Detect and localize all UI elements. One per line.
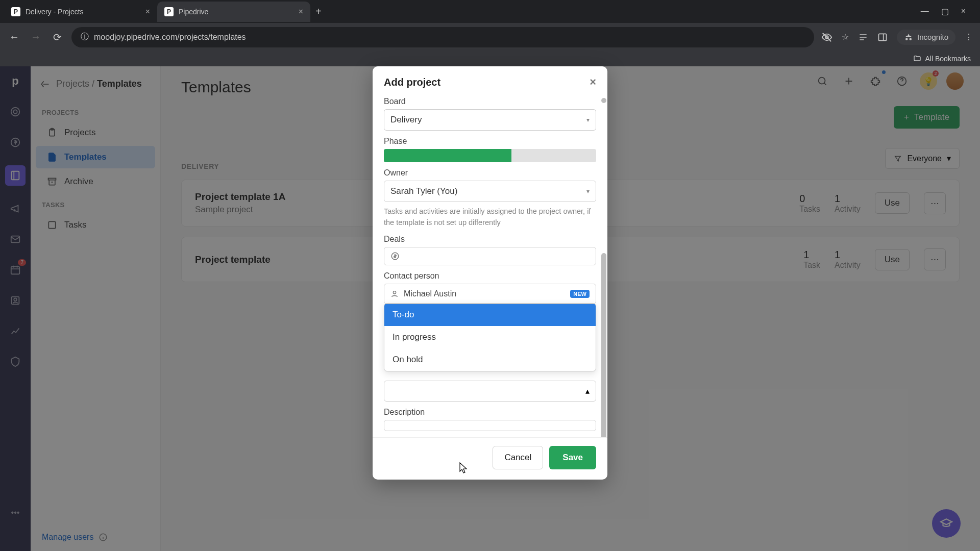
modal-body: Board Delivery ▾ Phase Owner Sarah Tyler… bbox=[373, 95, 607, 437]
minimize-icon[interactable]: — bbox=[921, 7, 929, 16]
browser-action-icons: ☆ Incognito ⋮ bbox=[821, 30, 973, 45]
browser-chrome: P Delivery - Projects × P Pipedrive × + … bbox=[0, 0, 980, 66]
status-option-todo[interactable]: To-do bbox=[384, 304, 596, 326]
kebab-icon[interactable]: ⋮ bbox=[965, 32, 973, 42]
incognito-label: Incognito bbox=[917, 33, 948, 41]
label-phase: Phase bbox=[384, 137, 596, 146]
phase-segment[interactable] bbox=[384, 149, 426, 162]
description-input[interactable] bbox=[384, 420, 596, 431]
browser-nav-bar: ← → ⟳ ⓘ moodjoy.pipedrive.com/projects/t… bbox=[0, 23, 980, 51]
incognito-icon bbox=[904, 33, 913, 42]
save-button[interactable]: Save bbox=[549, 446, 596, 469]
chevron-up-icon: ▴ bbox=[585, 386, 590, 396]
modal-footer: Cancel Save bbox=[373, 437, 607, 480]
select-value: Sarah Tyler (You) bbox=[390, 186, 457, 196]
label-description: Description bbox=[384, 408, 596, 417]
contact-input[interactable]: Michael Austin NEW bbox=[384, 284, 596, 304]
cancel-button[interactable]: Cancel bbox=[493, 446, 543, 469]
deals-input[interactable] bbox=[384, 247, 596, 265]
modal-title: Add project bbox=[384, 77, 440, 88]
forward-icon: → bbox=[29, 30, 43, 44]
phase-segment[interactable] bbox=[426, 149, 469, 162]
phase-bar[interactable] bbox=[384, 149, 596, 162]
label-deals: Deals bbox=[384, 235, 596, 244]
browser-tab-2[interactable]: P Pipedrive × bbox=[157, 2, 310, 22]
chevron-down-icon: ▾ bbox=[586, 188, 590, 195]
phase-segment[interactable] bbox=[554, 149, 596, 162]
status-option-onhold[interactable]: On hold bbox=[384, 348, 596, 371]
new-badge: NEW bbox=[570, 290, 590, 298]
phase-segment[interactable] bbox=[469, 149, 511, 162]
browser-tab-1[interactable]: P Delivery - Projects × bbox=[4, 2, 157, 22]
folder-icon bbox=[913, 55, 921, 63]
reload-icon[interactable]: ⟳ bbox=[50, 30, 64, 44]
person-icon bbox=[390, 290, 399, 298]
contact-value: Michael Austin bbox=[404, 289, 456, 298]
owner-helper-text: Tasks and activities are initially assig… bbox=[384, 206, 596, 229]
label-owner: Owner bbox=[384, 168, 596, 178]
incognito-chip[interactable]: Incognito bbox=[897, 30, 955, 45]
all-bookmarks-link[interactable]: All Bookmarks bbox=[925, 55, 971, 63]
label-contact: Contact person bbox=[384, 271, 596, 281]
bookmarks-bar: All Bookmarks bbox=[0, 51, 980, 66]
svg-rect-2 bbox=[879, 34, 887, 40]
maximize-icon[interactable]: ▢ bbox=[941, 7, 949, 16]
label-board: Board bbox=[384, 97, 596, 106]
scroll-arrow-up[interactable] bbox=[601, 98, 606, 103]
close-icon[interactable]: × bbox=[145, 7, 150, 16]
url-bar[interactable]: ⓘ moodjoy.pipedrive.com/projects/templat… bbox=[71, 27, 814, 47]
status-select-trigger[interactable]: ▴ bbox=[384, 381, 596, 402]
tab-title: Delivery - Projects bbox=[26, 8, 84, 16]
back-icon[interactable]: ← bbox=[7, 30, 21, 44]
pipedrive-favicon: P bbox=[11, 7, 20, 16]
svg-point-20 bbox=[393, 291, 396, 293]
reading-list-icon[interactable] bbox=[858, 32, 868, 42]
tab-title: Pipedrive bbox=[179, 8, 208, 16]
cursor-pointer bbox=[456, 462, 469, 474]
status-option-inprogress[interactable]: In progress bbox=[384, 326, 596, 348]
board-select[interactable]: Delivery ▾ bbox=[384, 109, 596, 131]
close-icon[interactable]: × bbox=[299, 7, 303, 16]
close-window-icon[interactable]: × bbox=[961, 7, 966, 16]
select-value: Delivery bbox=[390, 115, 422, 125]
pipedrive-favicon: P bbox=[164, 7, 174, 16]
star-icon[interactable]: ☆ bbox=[842, 32, 849, 42]
url-text: moodjoy.pipedrive.com/projects/templates bbox=[94, 33, 246, 42]
phase-segment[interactable] bbox=[511, 149, 554, 162]
tab-bar: P Delivery - Projects × P Pipedrive × + … bbox=[0, 0, 980, 23]
new-tab-button[interactable]: + bbox=[310, 3, 327, 20]
close-icon[interactable]: × bbox=[590, 76, 596, 89]
dollar-icon bbox=[390, 252, 400, 261]
status-dropdown-panel: To-do In progress On hold bbox=[384, 303, 596, 371]
owner-select[interactable]: Sarah Tyler (You) ▾ bbox=[384, 181, 596, 202]
modal-header: Add project × bbox=[373, 66, 607, 95]
add-project-modal: Add project × Board Delivery ▾ Phase Own… bbox=[373, 66, 607, 480]
eye-off-icon[interactable] bbox=[821, 32, 832, 43]
scrollbar-thumb[interactable] bbox=[601, 253, 606, 437]
chevron-down-icon: ▾ bbox=[586, 116, 590, 123]
modal-wrap: Add project × Board Delivery ▾ Phase Own… bbox=[373, 66, 607, 480]
site-info-icon[interactable]: ⓘ bbox=[81, 32, 89, 42]
side-panel-icon[interactable] bbox=[877, 32, 888, 42]
window-controls: — ▢ × bbox=[921, 7, 976, 16]
